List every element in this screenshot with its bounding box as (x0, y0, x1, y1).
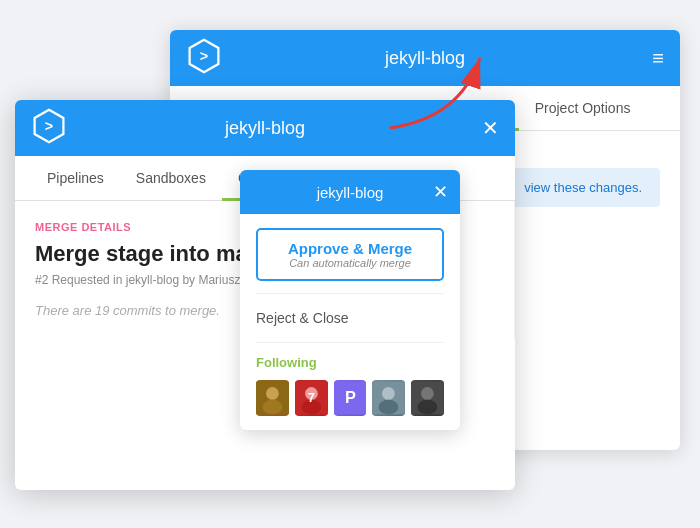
merge-popup: jekyll-blog ✕ Approve & Merge Can automa… (240, 170, 460, 430)
fg-nav-sandboxes[interactable]: Sandboxes (120, 156, 222, 200)
svg-point-15 (382, 387, 395, 400)
approve-merge-button[interactable]: Approve & Merge Can automatically merge (256, 228, 444, 281)
approve-label: Approve & Merge (272, 240, 428, 257)
avatar-2: 7 (295, 380, 328, 416)
following-label: Following (256, 355, 444, 370)
avatar-1 (256, 380, 289, 416)
avatar-5 (411, 380, 444, 416)
popup-title: jekyll-blog (317, 184, 384, 201)
svg-text:P: P (345, 388, 356, 406)
divider-1 (256, 293, 444, 294)
svg-point-18 (421, 387, 434, 400)
fg-title: jekyll-blog (225, 118, 305, 139)
avatar-3: P (334, 380, 367, 416)
popup-header: jekyll-blog ✕ (240, 170, 460, 214)
red-arrow (380, 38, 500, 138)
fg-nav-pipelines[interactable]: Pipelines (31, 156, 120, 200)
svg-text:>: > (45, 118, 53, 134)
bg-logo: > (186, 38, 222, 78)
divider-2 (256, 342, 444, 343)
avatars-list: 7 P (256, 380, 444, 416)
svg-point-16 (379, 400, 399, 415)
svg-point-6 (266, 387, 279, 400)
svg-point-7 (262, 400, 282, 415)
popup-body: Approve & Merge Can automatically merge … (240, 214, 460, 430)
bg-nav-project-options[interactable]: Project Options (519, 86, 647, 130)
approve-sub: Can automatically merge (272, 257, 428, 269)
fg-logo: > (31, 108, 67, 148)
svg-text:>: > (200, 48, 208, 64)
popup-close-icon[interactable]: ✕ (433, 181, 448, 203)
avatar-4 (372, 380, 405, 416)
svg-text:7: 7 (308, 390, 315, 405)
menu-icon[interactable]: ≡ (652, 47, 664, 70)
reject-close-button[interactable]: Reject & Close (256, 306, 444, 330)
bg-review-button[interactable]: view these changes. (506, 168, 660, 207)
svg-point-19 (418, 400, 438, 415)
